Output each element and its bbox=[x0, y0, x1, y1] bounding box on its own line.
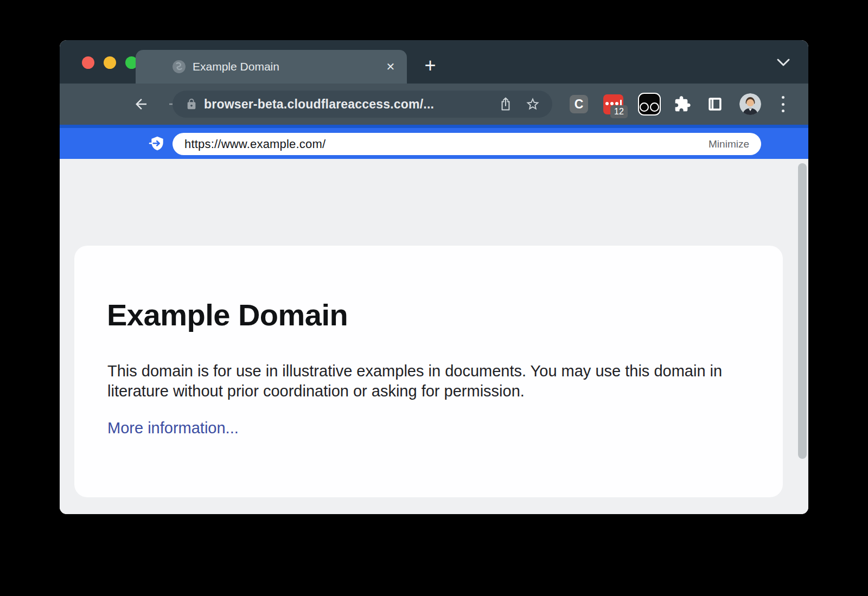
profile-avatar[interactable] bbox=[739, 93, 761, 115]
vertical-scrollbar-thumb[interactable] bbox=[798, 163, 807, 459]
shield-arrow-icon bbox=[149, 135, 166, 152]
tab-favicon-globe-icon bbox=[172, 60, 186, 74]
page-title: Example Domain bbox=[107, 300, 348, 330]
tab-close-icon[interactable]: ✕ bbox=[382, 59, 399, 75]
extension-badge-count: 12 bbox=[610, 105, 628, 118]
isolation-url-bar: https://www.example.com/ Minimize bbox=[60, 125, 808, 159]
close-window-button[interactable] bbox=[82, 56, 94, 69]
browser-toolbar: browser-beta.cloudflareaccess.com/... C … bbox=[60, 84, 808, 125]
extensions-puzzle-icon[interactable] bbox=[674, 95, 691, 113]
page-viewport: Example Domain This domain is for use in… bbox=[60, 159, 808, 514]
bookmark-star-icon[interactable] bbox=[525, 97, 540, 112]
new-tab-button[interactable]: + bbox=[420, 56, 440, 76]
tab-strip: Example Domain ✕ + bbox=[60, 40, 808, 84]
extension-password-manager-icon[interactable]: 12 bbox=[603, 94, 623, 114]
side-panel-icon[interactable] bbox=[707, 97, 723, 112]
extension-c-icon[interactable]: C bbox=[570, 95, 588, 113]
minimize-window-button[interactable] bbox=[104, 56, 116, 69]
minimize-bar-button[interactable]: Minimize bbox=[709, 138, 749, 150]
back-button-icon[interactable] bbox=[133, 96, 149, 112]
remote-url-value[interactable]: https://www.example.com/ bbox=[184, 137, 326, 151]
share-icon[interactable] bbox=[498, 97, 513, 112]
https-lock-icon[interactable] bbox=[186, 98, 197, 110]
page-paragraph: This domain is for use in illustrative e… bbox=[107, 361, 734, 401]
remote-url-input[interactable]: https://www.example.com/ Minimize bbox=[173, 133, 761, 155]
browser-window: Example Domain ✕ + browser-beta.cloudfla… bbox=[60, 40, 808, 514]
address-bar-url[interactable]: browser-beta.cloudflareaccess.com/... bbox=[204, 91, 434, 118]
window-controls bbox=[82, 56, 138, 69]
two-circles-glyph bbox=[640, 102, 659, 112]
address-bar[interactable]: browser-beta.cloudflareaccess.com/... bbox=[173, 91, 552, 118]
browser-menu-kebab-icon[interactable] bbox=[782, 96, 785, 112]
browser-tab[interactable]: Example Domain ✕ bbox=[136, 50, 407, 84]
search-tabs-chevron-icon[interactable] bbox=[776, 58, 791, 67]
example-domain-card: Example Domain This domain is for use in… bbox=[74, 246, 783, 497]
extension-two-circles-icon[interactable] bbox=[638, 93, 661, 116]
tab-title: Example Domain bbox=[193, 50, 279, 84]
more-information-link[interactable]: More information... bbox=[107, 419, 239, 437]
